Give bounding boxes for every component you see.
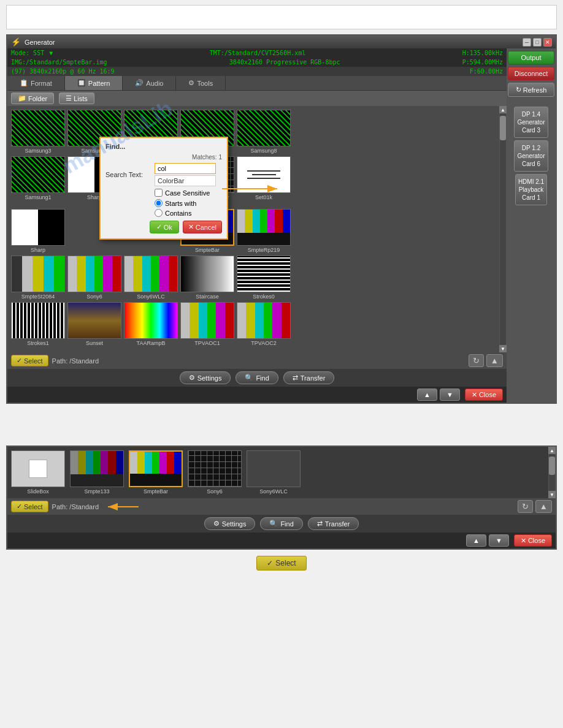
staircase-item[interactable]: Staircase [180, 256, 234, 300]
scroll-track [500, 113, 506, 345]
list-item[interactable]: Samsung1 [11, 156, 65, 207]
close-button[interactable]: ✕ [543, 38, 552, 47]
refresh-button[interactable]: ↻ Refresh [508, 83, 554, 97]
case-sensitive-label: Case Sensitive [165, 189, 210, 197]
resolution-label: (97) 3840x2160p @ 60 Hz 16:9 [11, 68, 115, 75]
close-main-button[interactable]: ✕ Close [465, 389, 503, 401]
list-item[interactable]: Strokes0 [237, 256, 291, 300]
list-item[interactable]: Sony6WLC [247, 450, 301, 495]
second-close-button[interactable]: ✕ Close [514, 534, 552, 547]
find-ok-button[interactable]: ✓ Ok [150, 221, 179, 233]
second-transfer-button[interactable]: ⇄ Transfer [308, 517, 359, 530]
case-sensitive-row: Case Sensitive [155, 189, 222, 197]
path-label: Path: /Standard [52, 357, 99, 365]
tmt-file: TMT:/Standard/CVT2560H.xml [53, 50, 462, 56]
title-left: ⚡ Generator [11, 37, 55, 47]
second-select-button[interactable]: ✓ Select [11, 501, 48, 512]
x-icon: ✕ [188, 223, 194, 231]
standalone-select-button[interactable]: ✓ Select [256, 556, 306, 571]
maximize-button[interactable]: □ [533, 38, 542, 47]
vertical-scrollbar[interactable]: ▲ ▼ [499, 106, 507, 352]
find-button[interactable]: 🔍 Find [236, 371, 278, 384]
second-scroll-down[interactable]: ▼ [548, 491, 556, 498]
mode-label: Mode: SST [11, 50, 44, 56]
lists-button[interactable]: ☰ Lists [59, 93, 94, 104]
pattern-icon: 🔲 [77, 79, 86, 87]
second-find-button[interactable]: 🔍 Find [260, 517, 302, 530]
second-transfer-icon: ⇄ [317, 520, 323, 528]
nav-up-button[interactable]: ▲ [486, 354, 503, 367]
pattern-row-3: Sharp [11, 209, 503, 253]
second-select-icon: ✓ [17, 502, 22, 510]
audio-icon: 🔊 [135, 79, 144, 87]
find-cancel-button[interactable]: ✕ Cancel [183, 221, 222, 233]
tab-pattern[interactable]: 🔲 Pattern [65, 76, 123, 90]
starts-with-row: Starts with [155, 199, 222, 207]
format-icon: 📋 [20, 79, 28, 87]
select-button[interactable]: ✓ Select [11, 355, 48, 366]
list-item[interactable]: Samsung8 [237, 110, 291, 154]
generator-window: ⚡ Generator ─ □ ✕ Mode: SST ▼ TMT:/Stand… [6, 34, 557, 404]
find-dialog-buttons: ✓ Ok ✕ Cancel [105, 221, 222, 233]
list-item[interactable]: Strokes1 [11, 302, 65, 346]
refresh-icon: ↻ [516, 86, 521, 94]
transfer-button[interactable]: ⇄ Transfer [283, 371, 335, 384]
list-item[interactable]: TPVAOC2 [237, 302, 291, 346]
close-icon: ✕ [472, 391, 477, 399]
sidebar-dp12[interactable]: DP 1.2GeneratorCard 6 [514, 140, 548, 172]
contains-radio[interactable] [155, 209, 163, 217]
list-item[interactable]: Sony6 [188, 450, 242, 495]
standalone-select-icon: ✓ [267, 559, 273, 567]
list-item[interactable]: SlideBox [11, 450, 65, 495]
settings-button[interactable]: ⚙ Settings [180, 371, 231, 384]
output-button[interactable]: Output [508, 51, 554, 64]
scroll-down[interactable]: ▼ [499, 345, 507, 352]
second-settings-icon: ⚙ [213, 520, 220, 528]
sub-info-bar: IMG:/Standard/SmpteBar.img 3840x2160 Pro… [7, 58, 507, 67]
minimize-button[interactable]: ─ [523, 38, 531, 47]
up-button[interactable]: ▲ [417, 389, 437, 401]
search-result: ColorBar [155, 175, 216, 186]
second-close-bar: ▲ ▼ ✕ Close [7, 533, 556, 548]
tab-audio[interactable]: 🔊 Audio [123, 76, 176, 90]
list-item[interactable]: Smpte133 [70, 450, 124, 495]
smptebar-item-2[interactable]: SmpteBar [129, 450, 183, 495]
case-sensitive-checkbox[interactable] [155, 189, 163, 197]
second-scroll-up[interactable]: ▲ [548, 447, 556, 454]
scroll-up[interactable]: ▲ [499, 106, 507, 113]
freq-f: F:60.00Hz [470, 68, 503, 75]
list-item[interactable]: SmpteRp219 [237, 209, 291, 253]
second-nav-up[interactable]: ▲ [535, 500, 552, 513]
list-item[interactable]: SmpteSt2084 [11, 256, 65, 300]
window-titlebar: ⚡ Generator ─ □ ✕ [7, 36, 556, 48]
info-bar: Mode: SST ▼ TMT:/Standard/CVT2560H.xml H… [7, 48, 507, 58]
second-scrollbar[interactable]: ▲ ▼ [548, 447, 556, 498]
lists-icon: ☰ [66, 94, 72, 102]
second-down-button[interactable]: ▼ [489, 534, 509, 547]
sidebar-dp14[interactable]: DP 1.4GeneratorCard 3 [514, 107, 548, 138]
tab-format[interactable]: 📋 Format [7, 76, 65, 90]
list-item[interactable]: Sony6 [67, 256, 121, 300]
down-button[interactable]: ▼ [440, 389, 460, 401]
search-input[interactable] [155, 163, 216, 174]
list-item[interactable]: Sharp [11, 209, 65, 253]
section-divider [0, 406, 563, 443]
list-item[interactable]: TAARampB [124, 302, 178, 346]
second-up-button[interactable]: ▲ [466, 534, 486, 547]
scroll-thumb[interactable] [500, 116, 506, 140]
disconnect-button[interactable]: Disconnect [508, 67, 554, 80]
second-settings-button[interactable]: ⚙ Settings [204, 517, 256, 530]
folder-button[interactable]: 📁 Folder [11, 93, 54, 104]
list-item[interactable]: Sunset [67, 302, 121, 346]
starts-with-radio[interactable] [155, 199, 163, 207]
starts-with-label: Starts with [165, 200, 196, 207]
list-item[interactable]: Sony6WLC [124, 256, 178, 300]
refresh-icon-button[interactable]: ↻ [469, 354, 484, 367]
status-bar: ✓ Select Path: /Standard ↻ ▲ [7, 352, 507, 369]
list-item[interactable]: TPVAOC1 [180, 302, 234, 346]
sidebar-hdmi21[interactable]: HDMI 2.1PlaybackCard 1 [515, 174, 547, 205]
second-scroll-thumb[interactable] [549, 457, 555, 475]
tab-tools[interactable]: ⚙ Tools [176, 76, 226, 90]
second-refresh-icon[interactable]: ↻ [518, 500, 533, 513]
list-item[interactable]: Samsung3 [11, 110, 65, 154]
